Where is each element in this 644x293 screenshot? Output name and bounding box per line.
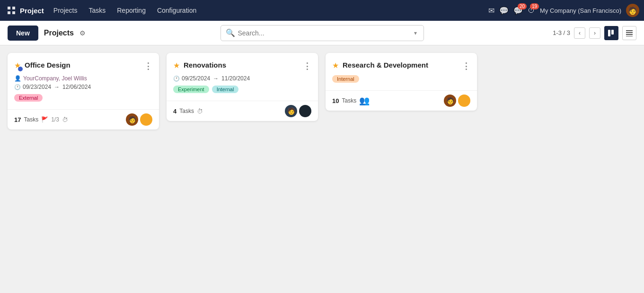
toolbar-right: 1-3 / 3 ‹ ›: [553, 26, 636, 40]
svg-rect-6: [626, 30, 633, 31]
tag-external[interactable]: External: [14, 94, 43, 102]
clock-badge: 19: [530, 3, 539, 9]
card-title-3[interactable]: Research & Development: [343, 61, 458, 69]
email-icon[interactable]: ✉: [488, 6, 494, 15]
card-title-1[interactable]: Office Design: [25, 61, 140, 69]
tag-internal-3[interactable]: Internal: [332, 75, 359, 83]
chat-icon[interactable]: 💬 20: [513, 6, 523, 15]
avatar-group-1: 🧑: [126, 113, 152, 126]
task-label-2: Tasks: [179, 108, 194, 114]
card-person-1[interactable]: YourCompany, Joel Willis: [23, 75, 87, 82]
svg-rect-9: [626, 36, 633, 36]
svg-rect-5: [611, 30, 614, 34]
whatsapp-icon[interactable]: 💬: [499, 6, 509, 15]
nav-item-tasks[interactable]: Tasks: [84, 5, 110, 16]
star-icon-2[interactable]: ★: [173, 61, 180, 70]
group-icon-3: 👥: [359, 95, 370, 106]
task-label-1: Tasks: [24, 116, 38, 123]
page-title: Projects: [44, 29, 74, 37]
gear-icon[interactable]: ⚙: [79, 29, 86, 37]
card-menu-1[interactable]: ⋮: [144, 61, 152, 71]
navbar: Project Projects Tasks Reporting Configu…: [0, 0, 644, 21]
task-count-1: 17: [14, 116, 21, 123]
date-clock-icon-1: 🕐: [14, 84, 21, 90]
svg-rect-8: [626, 34, 633, 35]
avatar-1b: [140, 113, 152, 126]
svg-rect-0: [8, 7, 10, 9]
project-card-renovations: ★ Renovations ⋮ 🕐 09/25/2024 → 11/20/202…: [167, 53, 318, 121]
search-bar: 🔍 ▾: [221, 25, 424, 41]
person-icon-1: 👤: [14, 75, 21, 82]
svg-rect-7: [626, 32, 633, 33]
date-start-2: 09/25/2024: [182, 75, 210, 82]
nav-item-projects[interactable]: Projects: [49, 5, 82, 16]
kanban-view-button[interactable]: [604, 26, 618, 40]
nav-brand[interactable]: Project: [20, 7, 44, 15]
tag-internal-2[interactable]: Internal: [212, 86, 239, 93]
avatar-2a: 🧑: [285, 105, 297, 117]
main-content: ★ Office Design ⋮ 👤 YourCompany, Joel Wi…: [0, 45, 644, 137]
footer-clock-1[interactable]: ⏱: [62, 116, 68, 123]
avatar-1a: 🧑: [126, 113, 138, 126]
avatar-2b: [299, 105, 311, 117]
toolbar: New Projects ⚙ 🔍 ▾ 1-3 / 3 ‹ ›: [0, 21, 644, 45]
nav-item-reporting[interactable]: Reporting: [112, 5, 150, 16]
avatar-group-2: 🧑: [285, 105, 311, 117]
tag-experiment[interactable]: Experiment: [173, 86, 209, 93]
nav-right: ✉ 💬 💬 20 ⏱ 19 My Company (San Francisco)…: [488, 4, 639, 17]
task-label-3: Tasks: [342, 97, 356, 104]
clock-icon[interactable]: ⏱ 19: [528, 6, 535, 15]
search-input[interactable]: [238, 29, 412, 37]
card-title-2[interactable]: Renovations: [184, 61, 299, 69]
drop-indicator: [18, 67, 23, 71]
user-avatar[interactable]: 🧑: [626, 4, 639, 17]
date-clock-icon-2: 🕐: [173, 76, 180, 82]
flag-icon-1: 🚩: [41, 116, 48, 123]
avatar-3a: 🧑: [444, 95, 456, 107]
nav-item-configuration[interactable]: Configuration: [152, 5, 201, 16]
svg-rect-3: [12, 11, 15, 14]
grid-menu-icon[interactable]: [5, 4, 18, 17]
list-view-button[interactable]: [622, 26, 636, 40]
card-menu-2[interactable]: ⋮: [303, 61, 311, 71]
page-info: 1-3 / 3: [553, 29, 570, 36]
date-end-2: 11/20/2024: [221, 75, 250, 82]
avatar-group-3: 🧑: [444, 95, 470, 107]
svg-rect-2: [8, 11, 10, 14]
date-start-1: 09/23/2024: [23, 84, 51, 90]
chat-badge: 20: [518, 3, 527, 9]
star-icon-3[interactable]: ★: [332, 61, 339, 70]
next-page-button[interactable]: ›: [589, 27, 600, 39]
footer-clock-2[interactable]: ⏱: [197, 108, 203, 115]
search-dropdown-arrow[interactable]: ▾: [412, 29, 419, 37]
card-menu-3[interactable]: ⋮: [462, 61, 470, 71]
search-icon: 🔍: [226, 28, 235, 37]
company-name[interactable]: My Company (San Francisco): [540, 7, 621, 14]
task-count-2: 4: [173, 108, 176, 115]
new-button[interactable]: New: [8, 26, 38, 41]
date-end-1: 12/06/2024: [62, 84, 91, 90]
task-count-3: 10: [332, 97, 339, 104]
svg-rect-4: [608, 30, 610, 36]
milestone-1: 1/3: [51, 116, 59, 123]
project-card-office-design: ★ Office Design ⋮ 👤 YourCompany, Joel Wi…: [8, 53, 159, 129]
project-card-rd: ★ Research & Development ⋮ Internal 10 T…: [326, 53, 477, 111]
avatar-3b: [458, 95, 470, 107]
svg-rect-1: [12, 7, 15, 9]
prev-page-button[interactable]: ‹: [574, 27, 585, 39]
